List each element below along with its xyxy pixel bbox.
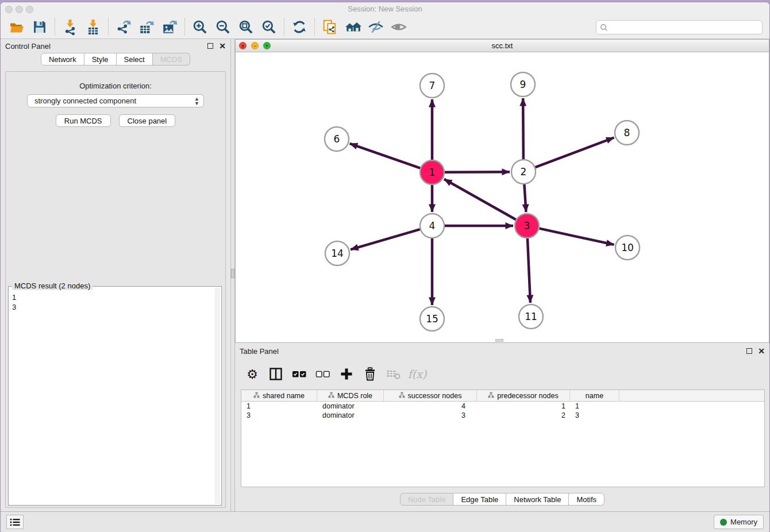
refresh-icon[interactable] [288, 17, 311, 37]
search-icon [600, 24, 608, 32]
graph-node-11[interactable]: 11 [519, 304, 543, 329]
column-label: successor nodes [408, 392, 462, 400]
network-window-titlebar[interactable]: x – + scc.txt [236, 40, 769, 52]
graph-node-7[interactable]: 7 [420, 74, 444, 98]
svg-text:10: 10 [621, 242, 634, 253]
import-network-icon[interactable] [59, 17, 82, 37]
close-panel-icon[interactable]: ✕ [219, 43, 226, 49]
vertical-splitter[interactable] [230, 39, 235, 511]
zoom-selected-icon[interactable] [257, 17, 280, 37]
show-all-eye-icon[interactable] [387, 17, 410, 37]
save-session-icon[interactable] [28, 17, 51, 37]
column-header-MCDS-role[interactable]: MCDS role [317, 390, 384, 401]
graph-node-15[interactable]: 15 [420, 307, 444, 331]
tab-motifs[interactable]: Motifs [569, 493, 605, 506]
network-canvas[interactable]: 7968124314101511 [236, 52, 769, 342]
tab-mcds[interactable]: MCDS [153, 53, 190, 65]
column-header-shared-name[interactable]: shared name [241, 390, 317, 401]
cell-MCDS-role[interactable]: dominator [317, 411, 384, 419]
hide-selected-eye-icon[interactable] [364, 17, 387, 37]
memory-button[interactable]: Memory [714, 515, 764, 529]
float-table-panel-icon[interactable] [746, 348, 752, 354]
cell-successor-nodes[interactable]: 4 [384, 402, 477, 410]
graph-node-9[interactable]: 9 [511, 72, 535, 97]
control-panel-tabs: NetworkStyleSelectMCDS [1, 53, 230, 65]
first-neighbors-icon[interactable] [341, 17, 364, 37]
graph-node-2[interactable]: 2 [511, 160, 536, 184]
edge-2-8[interactable] [536, 137, 614, 167]
deselect-all-icon[interactable] [314, 365, 332, 383]
edge-1-2[interactable] [445, 172, 510, 172]
edge-2-9[interactable] [523, 98, 523, 159]
zoom-in-icon[interactable] [188, 17, 211, 37]
tab-style[interactable]: Style [84, 53, 117, 65]
duplicate-network-icon[interactable] [318, 17, 341, 37]
edge-4-14[interactable] [351, 229, 420, 249]
open-file-icon[interactable] [5, 17, 28, 37]
delete-column-icon[interactable] [361, 365, 379, 383]
zoom-out-icon[interactable] [211, 17, 234, 37]
cell-successor-nodes[interactable]: 3 [384, 411, 477, 419]
graph-node-6[interactable]: 6 [325, 127, 349, 151]
gear-icon[interactable]: ⚙ [243, 365, 261, 383]
edge-3-1[interactable] [444, 179, 516, 219]
close-panel-button[interactable]: Close panel [119, 114, 176, 127]
hierarchy-icon [328, 392, 334, 400]
cell-name[interactable]: 3 [570, 411, 619, 419]
tab-edge-table[interactable]: Edge Table [453, 493, 506, 506]
search-box[interactable] [596, 20, 763, 34]
column-header-predecessor-nodes[interactable]: predecessor nodes [477, 390, 570, 401]
network-window-title: scc.txt [236, 41, 769, 50]
mcds-result-text[interactable]: 1 3 [12, 292, 214, 503]
search-input[interactable] [610, 23, 759, 32]
svg-text:2: 2 [521, 166, 527, 178]
criterion-select[interactable]: strongly connected component ▲▼ [27, 94, 204, 107]
graph-node-4[interactable]: 4 [420, 214, 444, 238]
zoom-fit-icon[interactable] [234, 17, 257, 37]
result-scrollbar[interactable] [215, 288, 220, 504]
graph-node-8[interactable]: 8 [615, 121, 639, 145]
graph-node-1[interactable]: 1 [420, 160, 444, 184]
export-table-icon[interactable] [135, 17, 158, 37]
export-image-icon[interactable] [158, 17, 181, 37]
list-icon [10, 518, 20, 526]
import-table-icon[interactable] [82, 17, 105, 37]
select-all-icon[interactable] [290, 365, 309, 383]
cell-shared-name[interactable]: 1 [241, 402, 317, 410]
network-graph[interactable]: 7968124314101511 [236, 52, 770, 342]
node-table[interactable]: shared nameMCDS rolesuccessor nodesprede… [241, 390, 765, 487]
tab-network[interactable]: Network [41, 53, 84, 65]
tab-select[interactable]: Select [117, 53, 153, 65]
svg-text:1: 1 [429, 167, 436, 178]
cell-MCDS-role[interactable]: dominator [317, 402, 384, 410]
application-window: Session: New Session [0, 2, 770, 532]
edge-3-10[interactable] [539, 229, 614, 245]
table-row[interactable]: 3dominator323 [241, 411, 764, 420]
export-network-icon[interactable] [112, 17, 135, 37]
cell-predecessor-nodes[interactable]: 1 [477, 402, 570, 410]
cell-predecessor-nodes[interactable]: 2 [477, 411, 570, 419]
graph-node-10[interactable]: 10 [615, 236, 640, 260]
close-table-panel-icon[interactable]: ✕ [758, 348, 765, 354]
edge-1-6[interactable] [350, 144, 421, 168]
run-mcds-button[interactable]: Run MCDS [56, 114, 111, 127]
svg-text:14: 14 [331, 248, 344, 259]
split-columns-icon[interactable] [267, 365, 285, 383]
task-history-button[interactable] [6, 515, 24, 529]
canvas-grip[interactable] [495, 339, 503, 342]
edge-3-11[interactable] [528, 238, 530, 303]
tab-network-table[interactable]: Network Table [506, 493, 569, 506]
cell-shared-name[interactable]: 3 [241, 411, 317, 419]
graph-node-3[interactable]: 3 [515, 214, 539, 238]
graph-node-14[interactable]: 14 [325, 241, 349, 265]
column-header-name[interactable]: name [570, 390, 619, 401]
tab-node-table[interactable]: Node Table [400, 493, 454, 506]
add-column-icon[interactable] [337, 365, 356, 383]
float-panel-icon[interactable] [207, 43, 213, 49]
table-row[interactable]: 1dominator411 [241, 402, 764, 411]
column-label: name [586, 392, 603, 400]
splitter-grip[interactable] [231, 269, 234, 278]
column-header-successor-nodes[interactable]: successor nodes [384, 390, 477, 401]
edge-2-3[interactable] [524, 184, 526, 212]
cell-name[interactable]: 1 [570, 402, 619, 410]
